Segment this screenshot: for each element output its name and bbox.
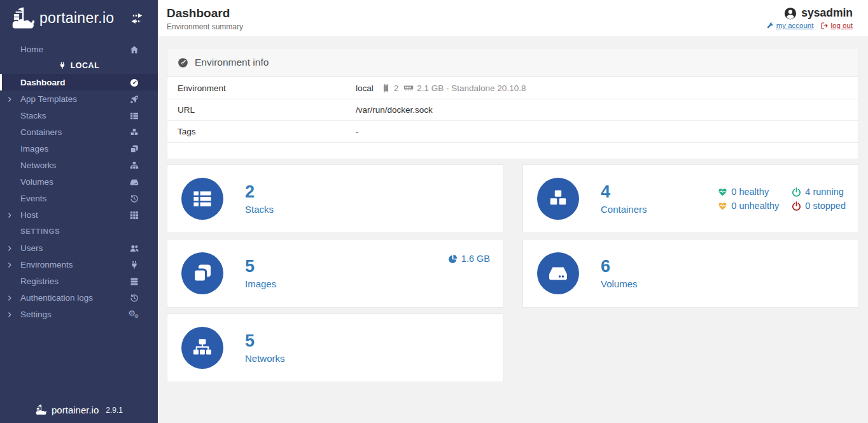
stacks-card[interactable]: 2 Stacks [167,164,503,233]
my-account-link[interactable]: my account [767,22,814,29]
memory-icon [403,83,414,93]
database-icon [130,276,139,285]
log-out-label: log out [830,22,853,29]
sidebar-item-label: Authentication logs [20,293,93,303]
healthy-status: 0 healthy [718,187,779,197]
sidebar-item-label: Events [20,194,46,203]
sidebar-menu: Home LOCAL Dashboard App Templates Stack… [0,36,158,322]
row-label: URL [178,105,356,115]
page-content: Environment info Environment local 2 2.1… [158,36,868,423]
sidebar-item-label: Environments [20,260,73,269]
cpu-info: 2 [381,83,399,93]
sidebar-item-label: Dashboard [20,78,66,87]
containers-count: 4 [601,183,647,202]
dashboard-cards-grid: 2 Stacks 4 Containers 0 healthy [167,164,859,382]
sidebar-item-registries[interactable]: Registries [0,273,158,289]
sidebar-item-networks[interactable]: Networks [0,157,158,173]
sidebar-item-users[interactable]: Users [0,240,158,256]
stopped-count: 0 stopped [805,201,846,211]
heartbeat-icon [718,201,727,211]
chevron-right-icon [7,94,13,104]
volumes-circle [537,252,579,294]
app-logo[interactable]: portainer.io [10,6,114,31]
panel-bottom-space [167,143,858,159]
sidebar-item-events[interactable]: Events [0,190,158,206]
sidebar-item-label: Settings [20,310,52,319]
sidebar-item-environments[interactable]: Environments [0,256,158,273]
sidebar-item-dashboard[interactable]: Dashboard [0,74,158,90]
sidebar-footer-brand[interactable]: portainer.io 2.9.1 [0,404,158,416]
app-version: 2.9.1 [106,406,123,415]
sidebar-section-local: LOCAL [0,57,158,74]
portainer-logo-icon [10,6,36,31]
stacks-count: 2 [245,183,274,202]
sidebar-item-volumes[interactable]: Volumes [0,173,158,190]
sidebar-item-label: Home [20,45,43,54]
tags-value: - [356,127,359,136]
sidebar: portainer.io Home LOCAL Dashboard App Te… [0,0,158,423]
cpu-count: 2 [394,83,399,93]
volumes-card[interactable]: 6 Volumes [522,239,859,308]
sidebar-item-containers[interactable]: Containers [0,124,158,140]
clone-icon [192,263,213,283]
url-row: URL /var/run/docker.sock [167,99,858,121]
microchip-icon [381,83,391,93]
images-card[interactable]: 5 Images 1.6 GB [167,239,503,308]
sidebar-item-label: Volumes [20,177,53,187]
sidebar-item-authentication-logs[interactable]: Authentication logs [0,289,158,306]
volumes-count: 6 [601,257,638,276]
row-label: Tags [178,127,356,136]
images-label: Images [245,278,276,289]
list-icon [192,189,213,209]
history-icon [130,193,139,203]
gauge-icon [130,77,139,87]
unhealthy-status: 0 unhealthy [718,201,779,211]
networks-count: 5 [245,332,285,351]
row-label: Environment [178,83,356,93]
chevron-right-icon [7,210,13,220]
sidebar-item-label: Stacks [20,111,46,120]
local-section-label: LOCAL [71,61,100,70]
container-statuses: 0 healthy 4 running 0 unhealthy 0 stoppe… [718,187,846,211]
unhealthy-count: 0 unhealthy [731,201,779,211]
user-links: my account log out [767,22,853,29]
environment-info-panel: Environment info Environment local 2 2.1… [167,48,859,159]
log-out-link[interactable]: log out [821,22,853,29]
environment-row: Environment local 2 2.1 GB - Standalone … [167,77,858,99]
containers-card[interactable]: 4 Containers 0 healthy 4 running 0 unhea… [522,164,859,233]
containers-circle [537,178,579,220]
sidebar-collapse-toggle[interactable] [130,11,144,25]
main-area: Dashboard Environment summary sysadmin m… [158,0,868,423]
healthy-count: 0 healthy [731,187,769,197]
power-icon [792,201,801,211]
sidebar-item-host[interactable]: Host [0,206,158,223]
app-logo-text: portainer.io [39,10,114,27]
sitemap-icon [192,338,213,358]
networks-text: 5 Networks [245,332,285,364]
sidebar-item-settings[interactable]: Settings ⚙⚙ [0,306,158,322]
stacks-label: Stacks [245,204,274,215]
chevron-right-icon [7,293,13,303]
pie-chart-icon [448,254,458,264]
environment-info-header: Environment info [167,48,858,77]
running-status: 4 running [792,187,846,197]
volumes-label: Volumes [601,278,638,289]
clone-icon [130,143,139,153]
networks-circle [181,327,223,369]
sidebar-item-home[interactable]: Home [0,41,158,57]
grid-empty-cell [522,313,859,382]
hdd-icon [130,176,139,186]
page-subtitle: Environment summary [167,22,243,31]
my-account-label: my account [776,22,814,29]
memory-and-version: 2.1 GB - Standalone 20.10.8 [417,83,526,93]
users-icon [130,243,139,252]
sidebar-item-images[interactable]: Images [0,140,158,157]
sidebar-item-app-templates[interactable]: App Templates [0,90,158,107]
networks-card[interactable]: 5 Networks [167,313,503,382]
home-icon [130,44,139,54]
sidebar-item-stacks[interactable]: Stacks [0,107,158,124]
power-icon [792,187,801,197]
hdd-icon [548,263,568,283]
images-count: 5 [245,257,276,276]
plug-icon [59,62,66,69]
